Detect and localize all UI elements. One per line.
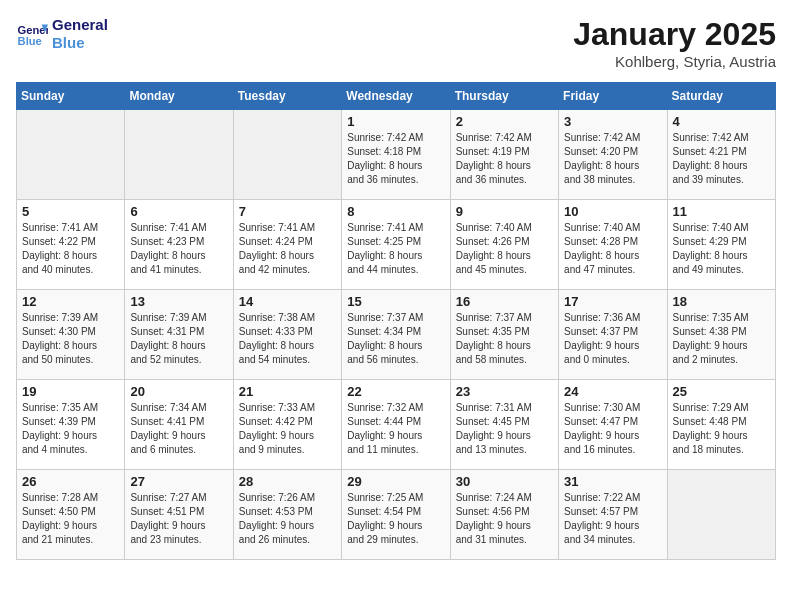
calendar-cell: 12Sunrise: 7:39 AM Sunset: 4:30 PM Dayli… — [17, 290, 125, 380]
weekday-header: Friday — [559, 83, 667, 110]
calendar-cell: 18Sunrise: 7:35 AM Sunset: 4:38 PM Dayli… — [667, 290, 775, 380]
calendar-cell — [125, 110, 233, 200]
day-detail: Sunrise: 7:40 AM Sunset: 4:28 PM Dayligh… — [564, 221, 661, 277]
logo: General Blue General Blue — [16, 16, 108, 52]
day-detail: Sunrise: 7:41 AM Sunset: 4:22 PM Dayligh… — [22, 221, 119, 277]
day-detail: Sunrise: 7:27 AM Sunset: 4:51 PM Dayligh… — [130, 491, 227, 547]
calendar-cell — [233, 110, 341, 200]
day-detail: Sunrise: 7:39 AM Sunset: 4:30 PM Dayligh… — [22, 311, 119, 367]
day-number: 8 — [347, 204, 444, 219]
day-detail: Sunrise: 7:42 AM Sunset: 4:18 PM Dayligh… — [347, 131, 444, 187]
calendar-week-row: 5Sunrise: 7:41 AM Sunset: 4:22 PM Daylig… — [17, 200, 776, 290]
logo-text: General — [52, 16, 108, 34]
calendar-cell — [667, 470, 775, 560]
calendar-cell: 31Sunrise: 7:22 AM Sunset: 4:57 PM Dayli… — [559, 470, 667, 560]
calendar-cell: 14Sunrise: 7:38 AM Sunset: 4:33 PM Dayli… — [233, 290, 341, 380]
calendar-cell: 10Sunrise: 7:40 AM Sunset: 4:28 PM Dayli… — [559, 200, 667, 290]
day-number: 18 — [673, 294, 770, 309]
day-number: 4 — [673, 114, 770, 129]
weekday-header: Tuesday — [233, 83, 341, 110]
day-number: 31 — [564, 474, 661, 489]
calendar-week-row: 26Sunrise: 7:28 AM Sunset: 4:50 PM Dayli… — [17, 470, 776, 560]
day-number: 16 — [456, 294, 553, 309]
day-detail: Sunrise: 7:30 AM Sunset: 4:47 PM Dayligh… — [564, 401, 661, 457]
calendar-cell: 21Sunrise: 7:33 AM Sunset: 4:42 PM Dayli… — [233, 380, 341, 470]
day-number: 2 — [456, 114, 553, 129]
weekday-row: SundayMondayTuesdayWednesdayThursdayFrid… — [17, 83, 776, 110]
weekday-header: Monday — [125, 83, 233, 110]
day-detail: Sunrise: 7:38 AM Sunset: 4:33 PM Dayligh… — [239, 311, 336, 367]
calendar-cell: 28Sunrise: 7:26 AM Sunset: 4:53 PM Dayli… — [233, 470, 341, 560]
month-title: January 2025 — [573, 16, 776, 53]
calendar-cell: 20Sunrise: 7:34 AM Sunset: 4:41 PM Dayli… — [125, 380, 233, 470]
calendar-cell: 8Sunrise: 7:41 AM Sunset: 4:25 PM Daylig… — [342, 200, 450, 290]
day-number: 11 — [673, 204, 770, 219]
day-number: 26 — [22, 474, 119, 489]
day-number: 17 — [564, 294, 661, 309]
calendar-cell: 19Sunrise: 7:35 AM Sunset: 4:39 PM Dayli… — [17, 380, 125, 470]
day-detail: Sunrise: 7:41 AM Sunset: 4:25 PM Dayligh… — [347, 221, 444, 277]
day-number: 10 — [564, 204, 661, 219]
calendar-cell — [17, 110, 125, 200]
day-detail: Sunrise: 7:29 AM Sunset: 4:48 PM Dayligh… — [673, 401, 770, 457]
day-detail: Sunrise: 7:24 AM Sunset: 4:56 PM Dayligh… — [456, 491, 553, 547]
calendar-cell: 6Sunrise: 7:41 AM Sunset: 4:23 PM Daylig… — [125, 200, 233, 290]
day-detail: Sunrise: 7:25 AM Sunset: 4:54 PM Dayligh… — [347, 491, 444, 547]
weekday-header: Wednesday — [342, 83, 450, 110]
day-detail: Sunrise: 7:42 AM Sunset: 4:20 PM Dayligh… — [564, 131, 661, 187]
day-number: 6 — [130, 204, 227, 219]
svg-text:Blue: Blue — [18, 35, 42, 47]
calendar-cell: 26Sunrise: 7:28 AM Sunset: 4:50 PM Dayli… — [17, 470, 125, 560]
day-number: 19 — [22, 384, 119, 399]
calendar-cell: 2Sunrise: 7:42 AM Sunset: 4:19 PM Daylig… — [450, 110, 558, 200]
day-number: 13 — [130, 294, 227, 309]
day-detail: Sunrise: 7:37 AM Sunset: 4:34 PM Dayligh… — [347, 311, 444, 367]
day-number: 21 — [239, 384, 336, 399]
calendar-week-row: 1Sunrise: 7:42 AM Sunset: 4:18 PM Daylig… — [17, 110, 776, 200]
calendar-cell: 13Sunrise: 7:39 AM Sunset: 4:31 PM Dayli… — [125, 290, 233, 380]
calendar-cell: 11Sunrise: 7:40 AM Sunset: 4:29 PM Dayli… — [667, 200, 775, 290]
day-number: 23 — [456, 384, 553, 399]
day-number: 3 — [564, 114, 661, 129]
day-detail: Sunrise: 7:28 AM Sunset: 4:50 PM Dayligh… — [22, 491, 119, 547]
day-number: 20 — [130, 384, 227, 399]
day-number: 15 — [347, 294, 444, 309]
day-detail: Sunrise: 7:32 AM Sunset: 4:44 PM Dayligh… — [347, 401, 444, 457]
calendar-body: 1Sunrise: 7:42 AM Sunset: 4:18 PM Daylig… — [17, 110, 776, 560]
day-number: 5 — [22, 204, 119, 219]
page-header: General Blue General Blue January 2025 K… — [16, 16, 776, 70]
day-number: 9 — [456, 204, 553, 219]
calendar-cell: 25Sunrise: 7:29 AM Sunset: 4:48 PM Dayli… — [667, 380, 775, 470]
calendar-cell: 17Sunrise: 7:36 AM Sunset: 4:37 PM Dayli… — [559, 290, 667, 380]
day-detail: Sunrise: 7:41 AM Sunset: 4:24 PM Dayligh… — [239, 221, 336, 277]
weekday-header: Sunday — [17, 83, 125, 110]
day-number: 30 — [456, 474, 553, 489]
day-detail: Sunrise: 7:40 AM Sunset: 4:29 PM Dayligh… — [673, 221, 770, 277]
calendar-cell: 29Sunrise: 7:25 AM Sunset: 4:54 PM Dayli… — [342, 470, 450, 560]
location: Kohlberg, Styria, Austria — [573, 53, 776, 70]
calendar-table: SundayMondayTuesdayWednesdayThursdayFrid… — [16, 82, 776, 560]
day-detail: Sunrise: 7:42 AM Sunset: 4:19 PM Dayligh… — [456, 131, 553, 187]
logo-subtext: Blue — [52, 34, 108, 52]
day-detail: Sunrise: 7:31 AM Sunset: 4:45 PM Dayligh… — [456, 401, 553, 457]
day-number: 28 — [239, 474, 336, 489]
calendar-cell: 4Sunrise: 7:42 AM Sunset: 4:21 PM Daylig… — [667, 110, 775, 200]
calendar-week-row: 12Sunrise: 7:39 AM Sunset: 4:30 PM Dayli… — [17, 290, 776, 380]
calendar-cell: 7Sunrise: 7:41 AM Sunset: 4:24 PM Daylig… — [233, 200, 341, 290]
logo-icon: General Blue — [16, 18, 48, 50]
day-number: 24 — [564, 384, 661, 399]
day-detail: Sunrise: 7:33 AM Sunset: 4:42 PM Dayligh… — [239, 401, 336, 457]
day-detail: Sunrise: 7:35 AM Sunset: 4:38 PM Dayligh… — [673, 311, 770, 367]
calendar-cell: 30Sunrise: 7:24 AM Sunset: 4:56 PM Dayli… — [450, 470, 558, 560]
title-block: January 2025 Kohlberg, Styria, Austria — [573, 16, 776, 70]
calendar-cell: 9Sunrise: 7:40 AM Sunset: 4:26 PM Daylig… — [450, 200, 558, 290]
calendar-cell: 24Sunrise: 7:30 AM Sunset: 4:47 PM Dayli… — [559, 380, 667, 470]
day-detail: Sunrise: 7:41 AM Sunset: 4:23 PM Dayligh… — [130, 221, 227, 277]
calendar-cell: 22Sunrise: 7:32 AM Sunset: 4:44 PM Dayli… — [342, 380, 450, 470]
calendar-cell: 1Sunrise: 7:42 AM Sunset: 4:18 PM Daylig… — [342, 110, 450, 200]
day-number: 7 — [239, 204, 336, 219]
calendar-cell: 3Sunrise: 7:42 AM Sunset: 4:20 PM Daylig… — [559, 110, 667, 200]
calendar-week-row: 19Sunrise: 7:35 AM Sunset: 4:39 PM Dayli… — [17, 380, 776, 470]
day-detail: Sunrise: 7:42 AM Sunset: 4:21 PM Dayligh… — [673, 131, 770, 187]
calendar-header: SundayMondayTuesdayWednesdayThursdayFrid… — [17, 83, 776, 110]
